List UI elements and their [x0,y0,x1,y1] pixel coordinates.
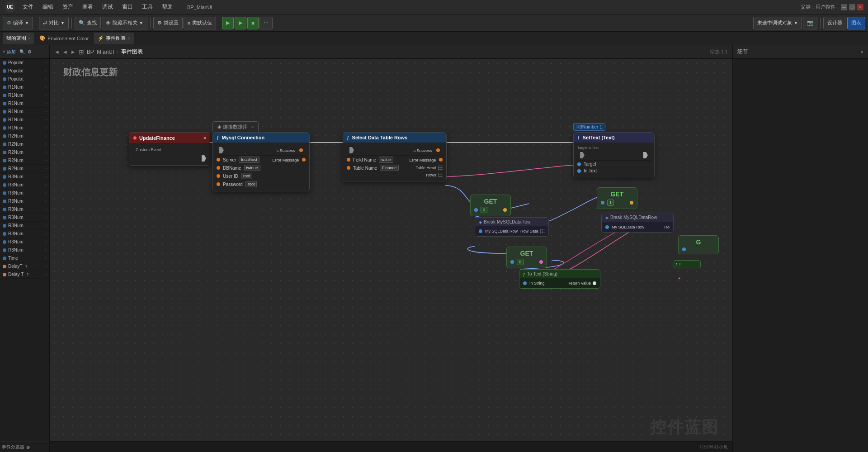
mysql-connection-node[interactable]: ƒ Mysql Connection Is Success Server [212,132,310,191]
environment-color-label: Environment Color [47,36,89,41]
update-finance-node[interactable]: ◈ UpdateFinance ■ Custom Event [129,132,210,166]
menu-tools[interactable]: 工具 [138,2,156,12]
sidebar-item-delayt-1[interactable]: DelayT?› [0,262,49,271]
breadcrumb-root[interactable]: BP_MianUI [87,49,114,55]
event-dispatch-icon[interactable]: ⊕ [26,445,30,450]
break-mysqlrow-1[interactable]: ◈ Break MySQLDataRow My SQLData Row Row … [475,217,549,237]
sidebar-item-r1num-5[interactable]: R1Num› [0,116,49,124]
menu-edit[interactable]: 编辑 [39,2,57,12]
sidebar-item-r2num-1[interactable]: R2Num› [0,132,49,140]
graph-button[interactable]: 图表 [847,17,865,29]
class-defaults-button[interactable]: ≡ 类默认值 [184,17,216,29]
break1-sqldatarow: My SQLData Row Row Data [479,228,545,234]
find-button[interactable]: 🔍 查找 [75,17,101,29]
break-mysqlrow-2[interactable]: ◈ Break MySQLDataRow My SQLData Row Ro [601,213,674,233]
sidebar-item-r3num-4[interactable]: R3Num› [0,197,49,205]
nav-grid[interactable]: ⊞ [79,48,84,56]
menu-window[interactable]: 窗口 [118,2,137,12]
sidebar-item-r3num-1[interactable]: R3Num› [0,173,49,181]
play2-button[interactable]: ▶ [235,17,246,29]
sidebar-item-populat-3[interactable]: Populat› [0,75,49,83]
mysql-db-value: twinue [244,165,260,171]
nav-left[interactable]: ◄ [62,49,68,55]
close-button[interactable]: × [857,4,863,10]
sidebar-item-r3num-7[interactable]: R3Num› [0,222,49,230]
compile-button[interactable]: ⚙ 编译 ▼ [3,17,33,29]
event-dispatch-label[interactable]: 事件分发器 [2,444,24,450]
sidebar-item-populat-1[interactable]: Populat› [0,59,49,67]
play-button[interactable]: ▶ [222,17,234,29]
sidebar-item-r1num-3[interactable]: R1Num› [0,100,49,108]
select-error-dot [439,158,443,162]
compare-button[interactable]: ⇄ 对比 ▼ [39,17,69,29]
menu-debug[interactable]: 调试 [99,2,117,12]
designer-button[interactable]: 设计器 [823,17,846,29]
sidebar-item-r3num-2[interactable]: R3Num› [0,181,49,189]
mysql-db-dot [217,166,220,170]
menu-view[interactable]: 查看 [79,2,97,12]
blueprint-canvas[interactable]: 财政信息更新 [50,59,732,452]
dot-11 [3,143,6,146]
item-label-21: R3Num [8,223,24,228]
sidebar-item-r2num-2[interactable]: R2Num› [0,140,49,148]
sidebar-item-r2num-4[interactable]: R2Num› [0,157,49,165]
sidebar-item-r1num-2[interactable]: R1Num› [0,91,49,100]
sidebar-item-r3num-6[interactable]: R3Num› [0,214,49,222]
play-icon: ▶ [226,20,230,26]
connect-db-node[interactable]: ◈ 连接数据库 × [212,121,259,133]
hide-unrelated-button[interactable]: 👁 隐藏不相关 ▼ [102,17,147,29]
tab-close-my-blueprint[interactable]: × [28,36,30,41]
sidebar-item-time[interactable]: Time› [0,254,49,262]
debug-target-button[interactable]: 未选中调试对象 ▼ [753,17,802,29]
minimize-button[interactable]: — [841,4,847,10]
sidebar-item-populat-2[interactable]: Populat› [0,67,49,75]
update-finance-close[interactable]: ■ [203,135,206,140]
camera-button[interactable]: 📷 [803,17,817,29]
stop-button[interactable]: ■ [247,17,259,29]
update-finance-exec [133,154,206,162]
get-node-far-right[interactable]: G [678,235,719,254]
sidebar-item-r2num-3[interactable]: R2Num› [0,148,49,157]
tab-my-blueprint[interactable]: 我的蓝图 × [3,33,34,44]
nav-back[interactable]: ◄ [54,49,60,55]
sidebar-item-r3num-3[interactable]: R3Num› [0,189,49,197]
sidebar-settings-icon[interactable]: ⚙ [28,49,32,54]
connect-db-expand[interactable]: × [251,125,254,129]
nav-right[interactable]: ► [71,49,76,55]
sidebar-item-delayt-2[interactable]: Delay T?› [0,271,49,279]
to-node-partial[interactable]: ƒ T [674,260,701,268]
sidebar-item-r3num-5[interactable]: R3Num› [0,205,49,214]
sidebar-item-r3num-9[interactable]: R3Num› [0,238,49,246]
sep1 [36,18,36,29]
tab-close-event-graph[interactable]: × [127,36,130,41]
item-label-22: R3Num [8,231,24,236]
menu-asset[interactable]: 资产 [59,2,77,12]
to-text-node[interactable]: ƒ To Text (String) In String Return Valu… [519,269,600,289]
menu-file[interactable]: 文件 [19,2,37,12]
right-panel-close[interactable]: × [860,49,863,55]
get-node-3[interactable]: GET 0 [506,247,547,268]
sidebar-item-r3num-8[interactable]: R3Num› [0,230,49,238]
breadcrumb-sep: › [117,49,118,55]
arrow-21: › [45,224,47,228]
maximize-button[interactable]: □ [849,4,855,10]
get-node-1[interactable]: GET 0 [470,195,511,216]
sidebar-item-r3num-10[interactable]: R3Num› [0,246,49,254]
select-data-table-node[interactable]: ƒ Select Data Table Rows Is Success Feil… [343,132,447,181]
get-node-2[interactable]: GET 1 [597,187,637,209]
tab-event-graph[interactable]: ⚡ 事件图表 × [94,33,133,44]
update-finance-sub-row: Custom Event [133,146,206,154]
sidebar-item-r1num-4[interactable]: R1Num› [0,108,49,116]
tab-environment-color[interactable]: 🎨 Environment Color [36,33,92,44]
settext-node[interactable]: ƒ SetText (Text) Target is Text Target [573,132,655,177]
sidebar-add-button[interactable]: + 添加 [3,49,16,55]
sidebar-item-r2num-5[interactable]: R2Num› [0,165,49,173]
sidebar-item-r1num-6[interactable]: R1Num› [0,124,49,132]
item-label-15: R3Num [8,174,24,179]
more-button[interactable]: ⋯ [259,17,273,29]
sidebar-item-r1num-1[interactable]: R1Num› [0,83,49,91]
sidebar-search-icon[interactable]: 🔍 [19,49,25,54]
class-settings-button[interactable]: ⚙ 类设置 [153,17,183,29]
arrow-27: › [45,272,47,276]
menu-help[interactable]: 帮助 [158,2,176,12]
